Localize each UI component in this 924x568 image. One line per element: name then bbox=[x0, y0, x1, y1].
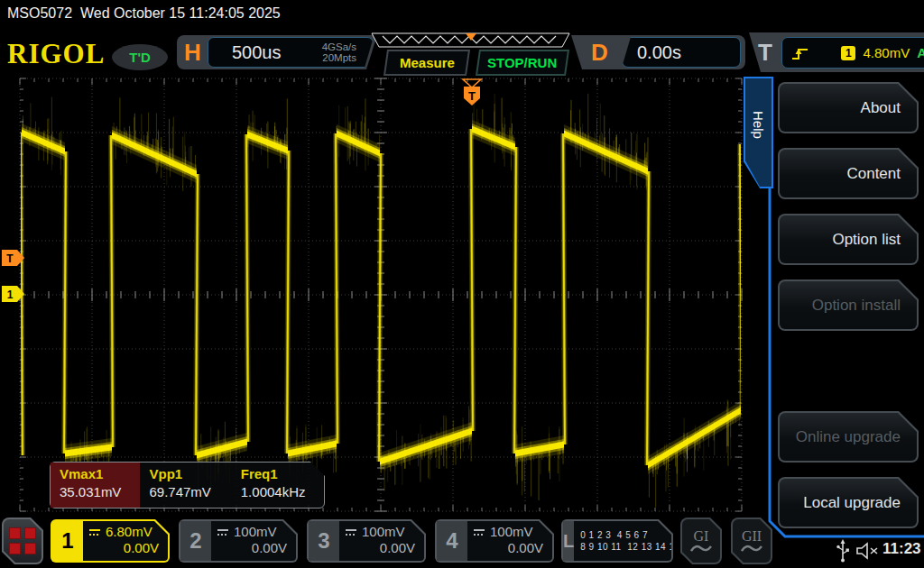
waveform-display: TT1 bbox=[0, 76, 744, 514]
channel-2-box[interactable]: 2 100mV 0.00V bbox=[179, 519, 298, 563]
usb-icon bbox=[836, 539, 850, 563]
trigger-level-value: 4.80mV bbox=[863, 45, 910, 60]
trigger-mode: A bbox=[917, 45, 924, 60]
dc-coupling-icon bbox=[217, 527, 229, 536]
menu-button-about[interactable]: About bbox=[778, 82, 919, 133]
rising-edge-trigger-icon bbox=[791, 46, 809, 60]
t-label: T bbox=[758, 38, 772, 67]
channel-4-box[interactable]: 4 100mV 0.00V bbox=[435, 519, 554, 563]
delay-box[interactable]: D 0.00s bbox=[571, 35, 745, 69]
trigger-field[interactable]: 1 4.80mV A bbox=[781, 37, 924, 69]
trigger-box[interactable]: T 1 4.80mV A bbox=[749, 32, 924, 72]
measurement-freq[interactable]: Freq1 1.0004kHz bbox=[232, 463, 324, 508]
logic-channel-numbers: 0 1 2 3 4 5 6 78 9 10 11 12 13 14 15 bbox=[574, 521, 679, 561]
timebase-field[interactable]: 500us 4GSa/s 20Mpts bbox=[208, 37, 374, 68]
dc-coupling-icon bbox=[345, 527, 357, 536]
stop-run-button[interactable]: STOP/RUN bbox=[476, 50, 569, 76]
measure-button[interactable]: Measure bbox=[383, 50, 470, 76]
help-menu-tab[interactable]: Help bbox=[744, 77, 773, 188]
h-label: H bbox=[184, 38, 201, 67]
measurement-overlay[interactable]: Vmax1 35.031mV Vpp1 69.747mV Freq1 1.000… bbox=[50, 462, 325, 508]
delay-value: 0.00s bbox=[637, 42, 681, 63]
channel-3-box[interactable]: 3 100mV 0.00V bbox=[307, 519, 426, 563]
generator-1-button[interactable]: GI bbox=[680, 518, 722, 564]
sine-wave-icon bbox=[741, 544, 762, 554]
measurement-vpp[interactable]: Vpp1 69.747mV bbox=[140, 463, 231, 508]
measurement-vmax[interactable]: Vmax1 35.031mV bbox=[51, 463, 140, 508]
main-menu-button[interactable] bbox=[2, 518, 43, 564]
logic-label: L bbox=[563, 521, 574, 561]
menu-button-option-list[interactable]: Option list bbox=[778, 214, 919, 265]
menu-button-online-upgrade: Online upgrade bbox=[778, 411, 919, 463]
rigol-logo: RIGOL bbox=[7, 37, 105, 71]
svg-text:T: T bbox=[6, 252, 14, 265]
logic-channels-box[interactable]: L 0 1 2 3 4 5 6 78 9 10 11 12 13 14 15 bbox=[561, 519, 673, 563]
svg-text:1: 1 bbox=[7, 289, 14, 301]
dc-coupling-icon bbox=[473, 527, 485, 536]
delay-field[interactable]: 0.00s bbox=[622, 37, 741, 68]
menu-grid-icon bbox=[9, 527, 36, 554]
horizontal-timebase-box[interactable]: H 500us 4GSa/s 20Mpts bbox=[177, 35, 377, 69]
clock: 11:23 bbox=[882, 540, 921, 558]
generator-2-button[interactable]: GII bbox=[731, 518, 772, 564]
acquisition-info: 4GSa/s 20Mpts bbox=[322, 41, 356, 64]
trigger-status-badge: T'D bbox=[112, 44, 168, 70]
help-tab-label: Help bbox=[751, 111, 766, 139]
menu-button-option-install: Option install bbox=[778, 279, 919, 331]
speaker-muted-icon[interactable] bbox=[855, 542, 881, 560]
menu-button-local-upgrade[interactable]: Local upgrade bbox=[778, 477, 919, 528]
d-label: D bbox=[591, 38, 608, 67]
timebase-value: 500us bbox=[232, 42, 322, 63]
oscilloscope-screen: MSO5072 Wed October 15 11:24:05 2025 RIG… bbox=[0, 0, 924, 568]
trigger-source-badge: 1 bbox=[841, 46, 855, 60]
dc-coupling-icon bbox=[88, 527, 101, 536]
sine-wave-icon bbox=[690, 544, 712, 554]
model-and-datetime: MSO5072 Wed October 15 11:24:05 2025 bbox=[7, 5, 281, 22]
menu-button-content[interactable]: Content bbox=[778, 148, 919, 199]
channel-1-box[interactable]: 1 6.80mV 0.00V bbox=[51, 519, 170, 563]
waveform-record-strip[interactable] bbox=[370, 32, 572, 49]
svg-text:T: T bbox=[468, 89, 476, 103]
